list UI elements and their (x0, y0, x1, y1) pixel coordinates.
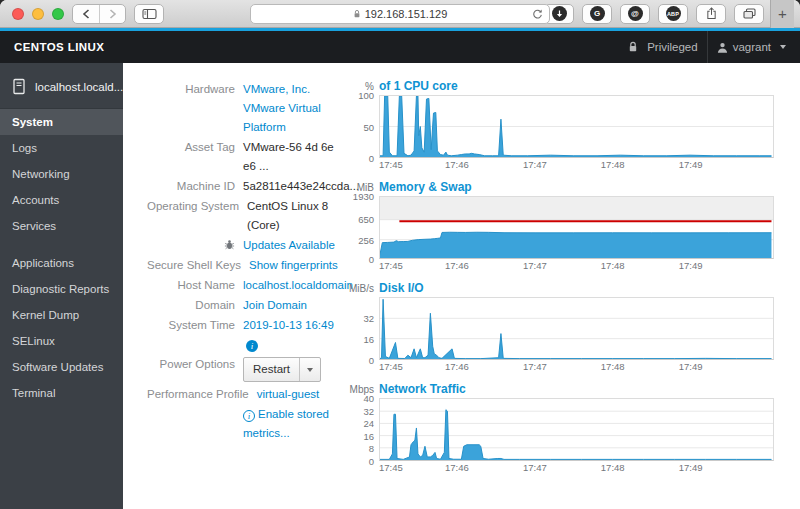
back-button[interactable] (73, 5, 99, 23)
x-tick-label: 17:46 (445, 260, 469, 271)
info-value: Restart (243, 355, 345, 384)
chevron-right-icon (109, 9, 117, 19)
y-tick-label: 0 (369, 456, 374, 467)
sidebar-item-services[interactable]: Services (0, 213, 123, 239)
sidebar-item-logs[interactable]: Logs (0, 135, 123, 161)
info-row-host-name: Host Name localhost.localdomain (147, 276, 345, 295)
y-tick-label: 256 (358, 235, 374, 246)
chart-x-axis: 17:4517:4617:4717:4817:49 (379, 461, 774, 474)
extension-g-button[interactable]: G (582, 4, 612, 24)
power-options-button[interactable]: Restart (243, 357, 321, 382)
y-tick-label: 32 (363, 313, 374, 324)
minimize-window-button[interactable] (32, 8, 44, 20)
sidebar-toggle-button[interactable] (134, 4, 164, 24)
new-tab-button[interactable]: + (770, 0, 794, 28)
chart-title-link[interactable]: Disk I/O (379, 281, 424, 295)
padlock-icon (353, 9, 361, 19)
chart-plot[interactable] (379, 95, 774, 158)
chart-x-axis: 17:4517:4617:4717:4817:49 (379, 158, 774, 171)
address-bar[interactable]: 192.168.151.129 (250, 4, 550, 24)
y-tick-label: 8 (369, 443, 374, 454)
sidebar-item-software-updates[interactable]: Software Updates (0, 354, 123, 380)
y-tick-label: 0 (369, 355, 374, 366)
x-tick-label: 17:46 (445, 361, 469, 372)
privileged-label: Privileged (647, 41, 698, 53)
chart-of-1-cpu-core: % of 1 CPU core 100500 17:4517:4617:4717… (345, 79, 774, 171)
y-tick-label: 16 (363, 334, 374, 345)
share-button[interactable] (696, 4, 726, 24)
chart-plot[interactable] (379, 398, 774, 461)
navbar-divider (707, 31, 708, 63)
sidebar-item-selinux[interactable]: SELinux (0, 328, 123, 354)
x-tick-label: 17:45 (379, 159, 403, 170)
user-menu[interactable]: vagrant (717, 41, 786, 53)
info-value: VMware-56 4d 6e e6 ... (243, 138, 345, 176)
power-options-dropdown-toggle[interactable] (299, 358, 320, 381)
forward-button[interactable] (99, 5, 125, 23)
secure-shell-keys-link[interactable]: Show fingerprints (249, 259, 338, 271)
chevron-left-icon (82, 9, 90, 19)
history-nav (72, 4, 126, 24)
chart-y-axis: 19306502560 (345, 196, 379, 259)
system-info-panel: Hardware VMware, Inc. VMware Virtual Pla… (123, 63, 345, 509)
x-tick-label: 17:47 (523, 260, 547, 271)
x-tick-label: 17:47 (523, 462, 547, 473)
domain-link[interactable]: Join Domain (243, 299, 307, 311)
y-tick-label: 50 (363, 121, 374, 132)
host-name-link[interactable]: localhost.localdomain (243, 279, 353, 291)
chart-disk-i-o: MiB/s Disk I/O 32160 17:4517:4617:4717:4… (345, 281, 774, 373)
chart-plot[interactable] (379, 196, 774, 259)
series-network-traffic (380, 410, 771, 460)
hardware-link[interactable]: VMware, Inc. VMware Virtual Platform (243, 83, 321, 133)
y-tick-label: 32 (363, 405, 374, 416)
updates-available-link[interactable]: Updates Available (243, 239, 335, 251)
reload-button[interactable] (532, 8, 543, 22)
sidebar-item-kernel-dump[interactable]: Kernel Dump (0, 302, 123, 328)
sidebar-item-accounts[interactable]: Accounts (0, 187, 123, 213)
sidebar-item-diagnostic-reports[interactable]: Diagnostic Reports (0, 276, 123, 302)
info-icon[interactable]: i (246, 340, 258, 352)
enable-stored-metrics-link[interactable]: Enable stored metrics... (243, 408, 329, 439)
extension-at-button[interactable]: @ (620, 4, 650, 24)
memory-total-band (380, 197, 773, 220)
adblock-button[interactable]: ABP (658, 4, 688, 24)
browser-window: 192.168.151.129 G @ ABP (0, 0, 800, 509)
x-tick-label: 17:45 (379, 260, 403, 271)
chevron-down-icon (780, 45, 786, 49)
info-value: VMware, Inc. VMware Virtual Platform (243, 80, 345, 137)
cockpit-navbar: CENTOS LINUX Privileged vagrant (0, 31, 800, 63)
zoom-window-button[interactable] (52, 8, 64, 20)
server-icon (11, 78, 27, 95)
chart-title-link[interactable]: of 1 CPU core (379, 79, 458, 93)
y-tick-label: 1930 (353, 191, 374, 202)
chart-plot[interactable] (379, 297, 774, 360)
system-time-link[interactable]: 2019-10-13 16:49 (243, 319, 334, 331)
host-selector[interactable]: localhost.locald... (0, 63, 123, 109)
info-value: 5a2811e443e24ccda... (243, 177, 359, 196)
sidebar-item-system[interactable]: System (0, 109, 123, 135)
brand-title: CENTOS LINUX (14, 41, 104, 53)
info-row-power-options: Power Options Restart (147, 355, 345, 384)
chart-y-axis: 100500 (345, 95, 379, 158)
charts-panel: % of 1 CPU core 100500 17:4517:4617:4717… (345, 63, 800, 509)
x-tick-label: 17:46 (445, 159, 469, 170)
chart-y-axis: 4032241680 (345, 398, 379, 461)
performance-profile-link[interactable]: virtual-guest (257, 388, 320, 400)
x-tick-label: 17:47 (523, 159, 547, 170)
tab-overview-button[interactable] (734, 4, 764, 24)
sidebar-item-applications[interactable]: Applications (0, 250, 123, 276)
info-label: Secure Shell Keys (147, 256, 249, 275)
chart-title-link[interactable]: Network Traffic (379, 382, 466, 396)
info-label: Performance Profile (147, 385, 257, 404)
x-tick-label: 17:48 (601, 260, 625, 271)
close-window-button[interactable] (12, 8, 24, 20)
share-icon (706, 7, 717, 20)
info-value: CentOS Linux 8 (Core) (247, 197, 345, 235)
info-row-performance-profile: Performance Profile virtual-guest (147, 385, 345, 404)
sidebar-item-networking[interactable]: Networking (0, 161, 123, 187)
series-disk-io (380, 299, 771, 359)
info-row-asset-tag: Asset Tag VMware-56 4d 6e e6 ... (147, 138, 345, 176)
sidebar-item-terminal[interactable]: Terminal (0, 380, 123, 406)
bug-icon (224, 239, 235, 250)
chart-title-link[interactable]: Memory & Swap (379, 180, 472, 194)
